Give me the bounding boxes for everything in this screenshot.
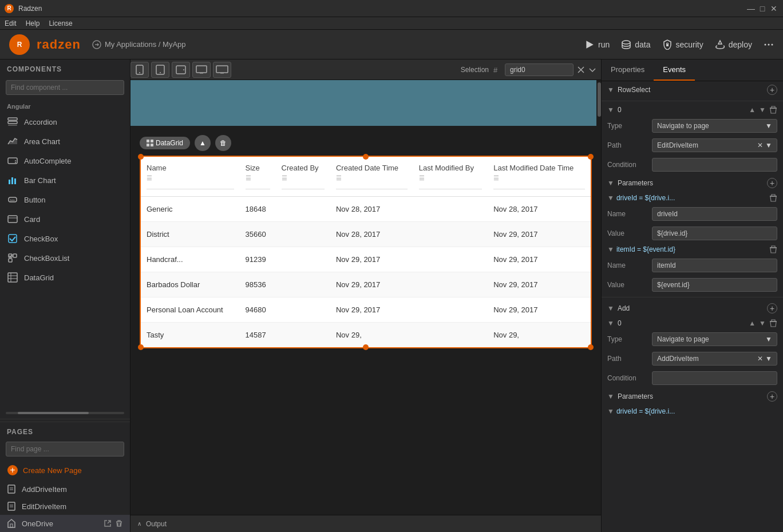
parameters-section-header[interactable]: ▼ Parameters + [602,174,783,192]
page-item-edit-drive[interactable]: EditDriveItem [0,498,130,515]
menu-edit[interactable]: Edit [5,19,17,27]
external-link-icon[interactable] [104,519,112,527]
svg-rect-17 [14,178,16,184]
param-driveId-value-input[interactable] [652,227,777,240]
menu-help[interactable]: Help [26,19,40,27]
add-add-button[interactable]: + [767,303,777,313]
param-itemId-value-input[interactable] [652,278,777,292]
menu-license[interactable]: License [49,19,72,27]
pages-search-input[interactable] [6,442,124,456]
tab-properties[interactable]: Properties [602,59,654,81]
create-page-label: Create New Page [23,466,82,475]
table-row[interactable]: Barbados Dollar 98536 Nov 29, 2017 Nov 2… [141,272,591,297]
component-item-button[interactable]: btn Button [0,190,130,209]
table-row[interactable]: Personal Loan Account 94680 Nov 29, 2017… [141,297,591,323]
component-item-area-chart[interactable]: Area Chart [0,132,130,151]
device-tablet-portrait-button[interactable] [151,62,169,78]
param-itemId-name-input[interactable] [652,259,777,272]
svg-rect-52 [770,108,777,109]
svg-rect-25 [9,259,12,262]
add-event-condition-row: Condition [602,368,783,388]
event-0-header: ▼ 0 ▲ ▼ [602,104,783,116]
resize-handle-top[interactable] [363,154,369,160]
more-action[interactable] [764,39,774,50]
run-action[interactable]: run [584,39,610,50]
device-tablet-landscape-button[interactable] [172,62,190,78]
create-new-page-button[interactable]: + Create New Page [0,460,130,481]
add-event-0-up[interactable]: ▲ [749,319,756,327]
svg-text:btn: btn [10,198,15,202]
minimize-button[interactable]: — [746,4,756,13]
event-0-path-label: Path [607,141,647,149]
param-driveId-delete[interactable] [769,194,777,202]
event-0-down[interactable]: ▼ [759,106,766,114]
add-drive-label: AddDriveItem [22,485,67,494]
grid-trash-button[interactable]: 🗑 [215,135,231,151]
component-item-autocomplete[interactable]: AutoComplete [0,151,130,170]
selection-dropdown-icon[interactable] [588,66,596,74]
page-item-add-drive[interactable]: AddDriveItem [0,481,130,498]
maximize-button[interactable]: □ [758,4,767,13]
component-search-input[interactable] [6,80,124,95]
component-item-checkbox[interactable]: CheckBox [0,229,130,248]
output-bar[interactable]: ∧ Output [130,515,601,532]
table-row[interactable]: Generic 18648 Nov 28, 2017 Nov 28, 2017 [141,197,591,222]
event-0-delete[interactable] [769,106,777,114]
resize-handle-br[interactable] [588,344,594,350]
device-desktop-sm-button[interactable] [192,62,211,78]
device-mobile-button[interactable] [130,62,149,78]
selection-close-icon[interactable] [577,66,585,74]
grid-up-button[interactable]: ▲ [195,135,211,151]
parameters-add-button[interactable]: + [767,178,777,188]
component-item-datagrid[interactable]: DataGrid [0,268,130,287]
param-itemId-value-label: Value [607,281,647,289]
event-0-condition-input[interactable] [652,158,777,172]
resize-handle-bl[interactable] [138,344,144,350]
svg-rect-38 [10,524,13,527]
table-head: Name ☰ Size ☰ [141,157,591,197]
component-item-card[interactable]: Card [0,209,130,229]
add-event-condition-input[interactable] [652,371,777,385]
canvas-scrollbar[interactable] [596,80,601,515]
table-row[interactable]: Handcraf... 91239 Nov 29, 2017 Nov 29, 2… [141,247,591,272]
event-0-up[interactable]: ▲ [749,106,756,114]
tab-events[interactable]: Events [654,59,695,81]
param-driveId-name-input[interactable] [652,207,777,221]
table-row[interactable]: District 35660 Nov 28, 2017 Nov 29, 2017 [141,222,591,247]
svg-rect-53 [770,196,777,197]
param-itemId-delete[interactable] [769,245,777,253]
resize-handle-tr[interactable] [588,154,594,160]
resize-handle-tl[interactable] [138,154,144,160]
tablet-landscape-icon [176,65,186,74]
add-event-path-select[interactable]: AddDriveItem ✕ ▼ [652,352,777,366]
event-0-type-select[interactable]: Navigate to page ▼ [652,119,777,133]
close-button[interactable]: ✕ [769,4,778,13]
component-item-checkboxlist[interactable]: CheckBoxList [0,248,130,268]
svg-rect-26 [8,273,17,282]
param-driveId-label: ▼ driveId = ${drive.i... [607,194,675,202]
add-parameters-add-button[interactable]: + [767,391,777,402]
add-parameters-header[interactable]: ▼ Parameters + [602,388,783,405]
event-0-path-select[interactable]: EditDriveItem ✕ ▼ [652,138,777,152]
component-item-accordion[interactable]: Accordion [0,112,130,132]
add-event-0-down[interactable]: ▼ [759,319,766,327]
add-event-0-delete[interactable] [769,319,777,327]
play-icon [584,39,595,50]
rowselect-add-button[interactable]: + [767,85,777,95]
table-row[interactable]: Tasty 14587 Nov 29, Nov 29, [141,323,591,348]
selection-input[interactable]: grid0 [505,63,574,76]
svg-point-8 [768,43,770,45]
add-event-type-select[interactable]: Navigate to page ▼ [652,332,777,346]
component-item-bar-chart[interactable]: Bar Chart [0,170,130,190]
add-section-header[interactable]: ▼ Add + [602,300,783,317]
resize-handle-bottom[interactable] [363,344,369,350]
security-action[interactable]: security [662,39,703,50]
page-item-onedrive[interactable]: OneDrive [0,515,130,532]
delete-page-icon[interactable] [115,519,123,527]
rowselect-section-header[interactable]: ▼ RowSelect + [602,81,783,98]
data-action[interactable]: data [621,39,650,50]
svg-rect-20 [8,216,17,223]
titlebar-controls[interactable]: — □ ✕ [746,4,778,13]
device-desktop-button[interactable] [213,62,231,78]
deploy-action[interactable]: deploy [715,39,752,50]
